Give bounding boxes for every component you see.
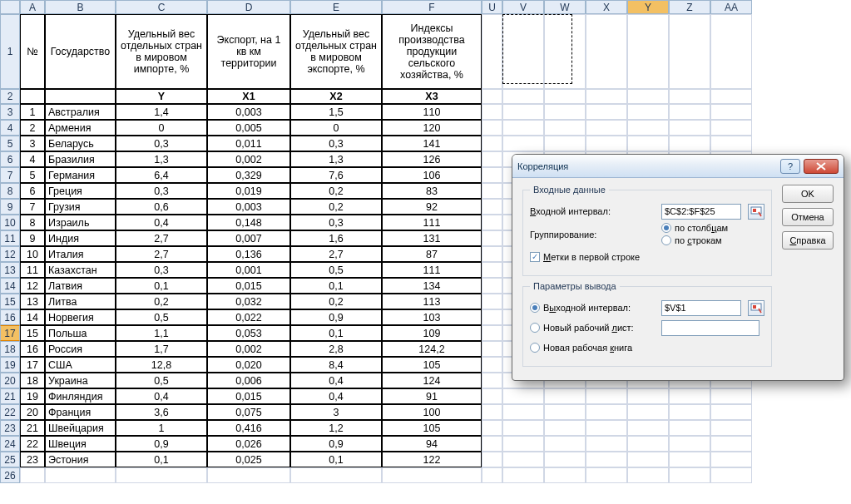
cell-25-A[interactable]: 23 (20, 452, 45, 467)
cell-10-C[interactable]: 0,4 (116, 215, 207, 230)
cell-3-E[interactable]: 1,5 (290, 104, 382, 120)
cell-1-D[interactable]: Экспорт, на 1 кв км территории (207, 14, 290, 89)
cell-11-E[interactable]: 1,6 (290, 230, 382, 246)
cell-4-F[interactable]: 120 (382, 120, 482, 136)
cancel-button[interactable]: Отмена (782, 208, 834, 226)
row-header-20[interactable]: 20 (0, 373, 20, 388)
cell-16-F[interactable]: 103 (382, 309, 482, 325)
cell-1-E[interactable]: Удельный вес отдельных стран в мировом э… (290, 14, 382, 89)
cell-2-F[interactable]: X3 (382, 89, 482, 104)
cell-12-D[interactable]: 0,136 (207, 246, 290, 262)
cell-22-X[interactable] (586, 404, 627, 420)
select-all-corner[interactable] (0, 0, 20, 14)
cell-12-C[interactable]: 2,7 (116, 246, 207, 262)
cell-21-A[interactable]: 19 (20, 388, 45, 404)
row-header-3[interactable]: 3 (0, 104, 20, 120)
col-header-F[interactable]: F (382, 0, 482, 14)
cell-20-C[interactable]: 0,5 (116, 373, 207, 388)
output-range-ref-button[interactable] (748, 300, 764, 316)
cell-9-D[interactable]: 0,003 (207, 199, 290, 215)
col-header-U[interactable]: U (482, 0, 502, 14)
row-header-19[interactable]: 19 (0, 357, 20, 373)
cell-13-C[interactable]: 0,3 (116, 262, 207, 278)
cell-21-X[interactable] (586, 388, 627, 404)
cell-11-A[interactable]: 9 (20, 230, 45, 246)
cell-24-D[interactable]: 0,026 (207, 436, 290, 452)
col-header-D[interactable]: D (207, 0, 290, 14)
cell-26-E[interactable] (290, 467, 382, 483)
cell-1-B[interactable]: Государство (45, 14, 116, 89)
cell-7-E[interactable]: 7,6 (290, 167, 382, 183)
cell-7-A[interactable]: 5 (20, 167, 45, 183)
cell-12-U[interactable] (482, 246, 502, 262)
row-header-6[interactable]: 6 (0, 151, 20, 167)
cell-23-AA[interactable] (710, 420, 752, 436)
cell-19-U[interactable] (482, 357, 502, 373)
cell-4-A[interactable]: 2 (20, 120, 45, 136)
cell-25-F[interactable]: 122 (382, 452, 482, 467)
cell-24-V[interactable] (502, 436, 544, 452)
cell-24-U[interactable] (482, 436, 502, 452)
cell-4-Z[interactable] (669, 120, 710, 136)
cell-21-AA[interactable] (710, 388, 752, 404)
cell-23-B[interactable]: Швейцария (45, 420, 116, 436)
cell-2-W[interactable] (544, 89, 586, 104)
cell-5-D[interactable]: 0,011 (207, 136, 290, 151)
cell-15-A[interactable]: 13 (20, 294, 45, 309)
cell-22-E[interactable]: 3 (290, 404, 382, 420)
col-header-X[interactable]: X (586, 0, 627, 14)
cell-20-B[interactable]: Украина (45, 373, 116, 388)
cell-25-X[interactable] (586, 452, 627, 467)
new-sheet-name-field[interactable] (661, 320, 759, 336)
cell-3-C[interactable]: 1,4 (116, 104, 207, 120)
cell-26-Y[interactable] (627, 467, 669, 483)
checkbox-labels-first-row[interactable]: Метки в первой строке (530, 252, 640, 262)
cell-1-U[interactable] (482, 14, 502, 89)
cell-9-U[interactable] (482, 199, 502, 215)
cell-5-W[interactable] (544, 136, 586, 151)
cell-4-B[interactable]: Армения (45, 120, 116, 136)
cell-12-B[interactable]: Италия (45, 246, 116, 262)
cell-25-W[interactable] (544, 452, 586, 467)
cell-9-B[interactable]: Грузия (45, 199, 116, 215)
cell-15-E[interactable]: 0,2 (290, 294, 382, 309)
cell-17-A[interactable]: 15 (20, 325, 45, 341)
cell-14-C[interactable]: 0,1 (116, 278, 207, 294)
cell-21-F[interactable]: 91 (382, 388, 482, 404)
cell-21-V[interactable] (502, 388, 544, 404)
cell-11-F[interactable]: 131 (382, 230, 482, 246)
cell-8-A[interactable]: 6 (20, 183, 45, 199)
col-header-Z[interactable]: Z (669, 0, 710, 14)
row-header-14[interactable]: 14 (0, 278, 20, 294)
cell-23-A[interactable]: 21 (20, 420, 45, 436)
cell-20-E[interactable]: 0,4 (290, 373, 382, 388)
cell-26-B[interactable] (45, 467, 116, 483)
cell-26-F[interactable] (382, 467, 482, 483)
row-header-13[interactable]: 13 (0, 262, 20, 278)
cell-15-U[interactable] (482, 294, 502, 309)
cell-24-W[interactable] (544, 436, 586, 452)
cell-20-D[interactable]: 0,006 (207, 373, 290, 388)
cell-17-D[interactable]: 0,053 (207, 325, 290, 341)
cell-7-B[interactable]: Германия (45, 167, 116, 183)
cell-5-V[interactable] (502, 136, 544, 151)
cell-23-U[interactable] (482, 420, 502, 436)
row-header-12[interactable]: 12 (0, 246, 20, 262)
cell-17-C[interactable]: 1,1 (116, 325, 207, 341)
cell-2-A[interactable] (20, 89, 45, 104)
cell-2-X[interactable] (586, 89, 627, 104)
cell-5-Y[interactable] (627, 136, 669, 151)
cell-7-C[interactable]: 6,4 (116, 167, 207, 183)
cell-24-X[interactable] (586, 436, 627, 452)
cell-24-C[interactable]: 0,9 (116, 436, 207, 452)
cell-1-F[interactable]: Индексы производства продукции сельского… (382, 14, 482, 89)
radio-by-columns[interactable]: по столбцам (661, 223, 728, 233)
cell-22-V[interactable] (502, 404, 544, 420)
cell-12-A[interactable]: 10 (20, 246, 45, 262)
cell-10-F[interactable]: 111 (382, 215, 482, 230)
cell-9-A[interactable]: 7 (20, 199, 45, 215)
cell-5-E[interactable]: 0,3 (290, 136, 382, 151)
col-header-B[interactable]: B (45, 0, 116, 14)
cell-8-B[interactable]: Греция (45, 183, 116, 199)
col-header-V[interactable]: V (502, 0, 544, 14)
